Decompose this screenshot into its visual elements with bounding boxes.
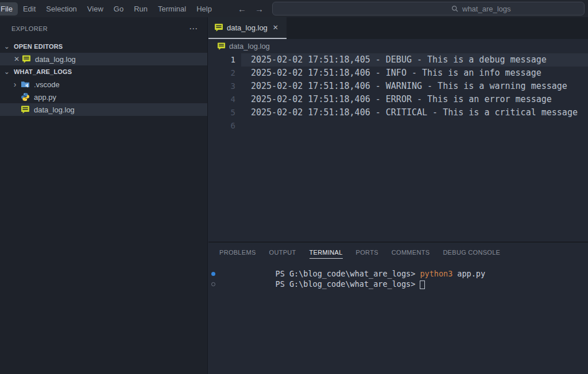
- log-line-warning: 2025-02-02 17:51:18,406 - WARNING - This…: [251, 80, 567, 93]
- workspace-section-header[interactable]: ⌄ WHAT_ARE_LOGS: [0, 65, 207, 78]
- tab-label: data_log.log: [227, 24, 268, 32]
- workspace-label: WHAT_ARE_LOGS: [14, 68, 72, 75]
- menu-go[interactable]: Go: [109, 2, 129, 15]
- tree-item-app-py[interactable]: app.py: [0, 91, 207, 103]
- close-icon[interactable]: ✕: [273, 24, 278, 32]
- command-executed-icon: [211, 272, 215, 276]
- tree-item-label: data_log.log: [34, 106, 75, 114]
- log-file-icon: [217, 42, 226, 50]
- tab-comments[interactable]: COMMENTS: [392, 249, 430, 256]
- menubar: File Edit Selection View Go Run Terminal…: [0, 0, 217, 17]
- open-editors-label: OPEN EDITORS: [14, 43, 63, 50]
- tree-item-label: app.py: [34, 93, 56, 102]
- code-line[interactable]: 6: [208, 119, 588, 133]
- open-editor-item-data-log[interactable]: ✕ data_log.log: [0, 53, 207, 65]
- explorer-sidebar: EXPLORER ⋯ ⌄ OPEN EDITORS ✕ data_log.log…: [0, 17, 208, 374]
- line-number: 4: [208, 93, 235, 106]
- vscode-folder-icon: [21, 80, 30, 89]
- tab-ports[interactable]: PORTS: [356, 249, 378, 256]
- tree-item-vscode-folder[interactable]: › .vscode: [0, 78, 207, 91]
- code-line[interactable]: 1 2025-02-02 17:51:18,405 - DEBUG - This…: [208, 53, 588, 67]
- titlebar: File Edit Selection View Go Run Terminal…: [0, 0, 588, 17]
- prompt-pending-icon: [211, 282, 215, 286]
- menu-edit[interactable]: Edit: [18, 2, 41, 15]
- menu-selection[interactable]: Selection: [41, 2, 82, 15]
- bottom-panel: PROBLEMS OUTPUT TERMINAL PORTS COMMENTS …: [208, 241, 588, 374]
- log-line-debug: 2025-02-02 17:51:18,405 - DEBUG - This i…: [251, 53, 547, 67]
- terminal[interactable]: PS G:\blog_code\what_are_logs>python3app…: [208, 262, 588, 289]
- log-line-error: 2025-02-02 17:51:18,406 - ERROR - This i…: [251, 93, 552, 106]
- terminal-cursor: [420, 280, 425, 289]
- code-line[interactable]: 2 2025-02-02 17:51:18,406 - INFO - This …: [208, 67, 588, 80]
- close-icon[interactable]: ✕: [11, 55, 22, 63]
- code-editor[interactable]: 1 2025-02-02 17:51:18,405 - DEBUG - This…: [208, 53, 588, 241]
- log-line-critical: 2025-02-02 17:51:18,406 - CRITICAL - Thi…: [251, 106, 578, 119]
- code-line[interactable]: 5 2025-02-02 17:51:18,406 - CRITICAL - T…: [208, 106, 588, 119]
- search-box-text: what_are_logs: [462, 5, 511, 13]
- tab-bar: data_log.log ✕: [208, 17, 588, 39]
- tree-item-data-log[interactable]: data_log.log: [0, 103, 207, 116]
- chevron-right-icon: ›: [9, 80, 21, 89]
- vscode-window: File Edit Selection View Go Run Terminal…: [0, 0, 588, 374]
- line-number: 1: [208, 53, 235, 67]
- menu-terminal[interactable]: Terminal: [153, 2, 191, 15]
- log-file-icon: [21, 105, 30, 114]
- tab-terminal[interactable]: TERMINAL: [310, 249, 343, 259]
- explorer-header: EXPLORER ⋯: [0, 17, 207, 40]
- back-arrow-icon[interactable]: ←: [238, 4, 246, 14]
- terminal-command-args: app.py: [457, 269, 485, 278]
- chevron-down-icon: ⌄: [2, 42, 11, 50]
- terminal-prompt: PS G:\blog_code\what_are_logs>: [276, 279, 416, 289]
- search-icon: [451, 5, 459, 13]
- log-file-icon: [22, 54, 31, 64]
- history-navigation: ← →: [238, 0, 264, 17]
- breadcrumb[interactable]: data_log.log: [208, 39, 588, 53]
- tab-output[interactable]: OUTPUT: [269, 249, 296, 256]
- menu-file[interactable]: File: [0, 2, 18, 15]
- tree-item-label: .vscode: [34, 80, 60, 89]
- editor-group: data_log.log ✕ data_log.log 1 2025-02-02…: [208, 17, 588, 374]
- line-number: 5: [208, 106, 235, 119]
- menu-view[interactable]: View: [82, 2, 109, 15]
- search-box[interactable]: what_are_logs: [272, 2, 585, 15]
- log-file-icon: [214, 23, 223, 32]
- menu-help[interactable]: Help: [191, 2, 217, 15]
- terminal-line: PS G:\blog_code\what_are_logs>: [211, 279, 588, 289]
- tab-problems[interactable]: PROBLEMS: [219, 249, 256, 256]
- log-line-info: 2025-02-02 17:51:18,406 - INFO - This is…: [251, 67, 541, 80]
- explorer-title: EXPLORER: [11, 25, 48, 32]
- forward-arrow-icon[interactable]: →: [255, 4, 264, 14]
- code-line[interactable]: 3 2025-02-02 17:51:18,406 - WARNING - Th…: [208, 80, 588, 93]
- tab-data-log[interactable]: data_log.log ✕: [208, 17, 287, 39]
- line-number: 6: [208, 119, 235, 133]
- tab-debug-console[interactable]: DEBUG CONSOLE: [443, 249, 500, 256]
- line-number: 3: [208, 80, 235, 93]
- more-actions-icon[interactable]: ⋯: [189, 26, 198, 32]
- open-editor-label: data_log.log: [35, 55, 76, 64]
- chevron-down-icon: ⌄: [2, 68, 11, 76]
- menu-run[interactable]: Run: [129, 2, 153, 15]
- python-file-icon: [21, 92, 30, 102]
- code-line[interactable]: 4 2025-02-02 17:51:18,406 - ERROR - This…: [208, 93, 588, 106]
- breadcrumb-item: data_log.log: [229, 42, 270, 50]
- open-editors-section-header[interactable]: ⌄ OPEN EDITORS: [0, 40, 207, 53]
- line-number: 2: [208, 67, 235, 80]
